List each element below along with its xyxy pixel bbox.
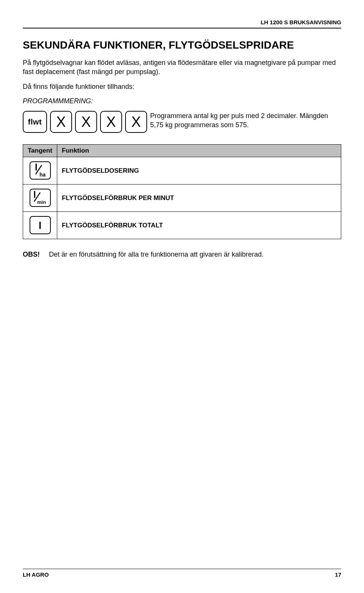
section-title: SEKUNDÄRA FUNKTIONER, FLYTGÖDSELSPRIDARE xyxy=(23,39,341,51)
key-l-per-min: l min xyxy=(30,189,51,207)
key-l: l xyxy=(30,216,51,234)
func-desc-3: FLYTGÖDSELFÖRBRUK TOTALT xyxy=(57,212,341,239)
func-desc-2: FLYTGÖDSELFÖRBRUK PER MINUT xyxy=(57,185,341,212)
key-x-4: X xyxy=(125,111,147,133)
func-desc-1: FLYTGÖDSELDOSERING xyxy=(57,157,341,185)
l-icon: l xyxy=(32,218,49,233)
table-header-funktion: Funktion xyxy=(57,145,341,157)
doc-header: LH 1200 S BRUKSANVISNING xyxy=(23,19,341,25)
intro-paragraph-2: Då finns följande funktioner tillhands: xyxy=(23,82,341,91)
table-row: l min FLYTGÖDSELFÖRBRUK PER MINUT xyxy=(23,185,341,212)
table-header-tangent: Tangent xyxy=(23,145,57,157)
obs-note: OBS! Det är en förutsättning för alla tr… xyxy=(23,251,341,259)
svg-text:l: l xyxy=(35,163,38,172)
l-per-min-icon: l min xyxy=(31,190,49,205)
function-table: Tangent Funktion l ha FLYTGÖDSELDOSERING xyxy=(23,144,341,239)
table-row: l FLYTGÖDSELFÖRBRUK TOTALT xyxy=(23,212,341,239)
key-l-per-min-cell: l min xyxy=(23,185,57,212)
programming-description: Programmera antal kg per puls med 2 deci… xyxy=(150,111,341,129)
intro-paragraph-1: På flytgödselvagnar kan flödet avläsas, … xyxy=(23,58,341,77)
key-l-per-ha: l ha xyxy=(30,161,51,180)
key-x-1: X xyxy=(50,111,72,133)
programming-label: PROGRAMMMERING: xyxy=(23,96,341,106)
key-x-3: X xyxy=(100,111,122,133)
table-row: l ha FLYTGÖDSELDOSERING xyxy=(23,157,341,185)
key-l-cell: l xyxy=(23,212,57,239)
key-l-per-ha-cell: l ha xyxy=(23,157,57,185)
svg-text:min: min xyxy=(37,199,46,205)
svg-text:l: l xyxy=(33,190,36,200)
key-x-2: X xyxy=(75,111,97,133)
programming-row: flwt X X X X Programmera antal kg per pu… xyxy=(23,111,341,133)
footer-left: LH AGRO xyxy=(23,571,49,578)
obs-label: OBS! xyxy=(23,251,40,259)
l-per-ha-icon: l ha xyxy=(32,163,49,178)
obs-text: Det är en förutsättning för alla tre fun… xyxy=(49,251,264,259)
doc-title: LH 1200 S BRUKSANVISNING xyxy=(260,19,341,25)
footer-page-number: 17 xyxy=(335,571,341,578)
key-flwt: flwt xyxy=(23,111,47,133)
page-footer: LH AGRO 17 xyxy=(23,569,341,578)
svg-text:ha: ha xyxy=(39,172,46,178)
svg-text:l: l xyxy=(39,220,41,231)
header-rule xyxy=(23,28,341,28)
